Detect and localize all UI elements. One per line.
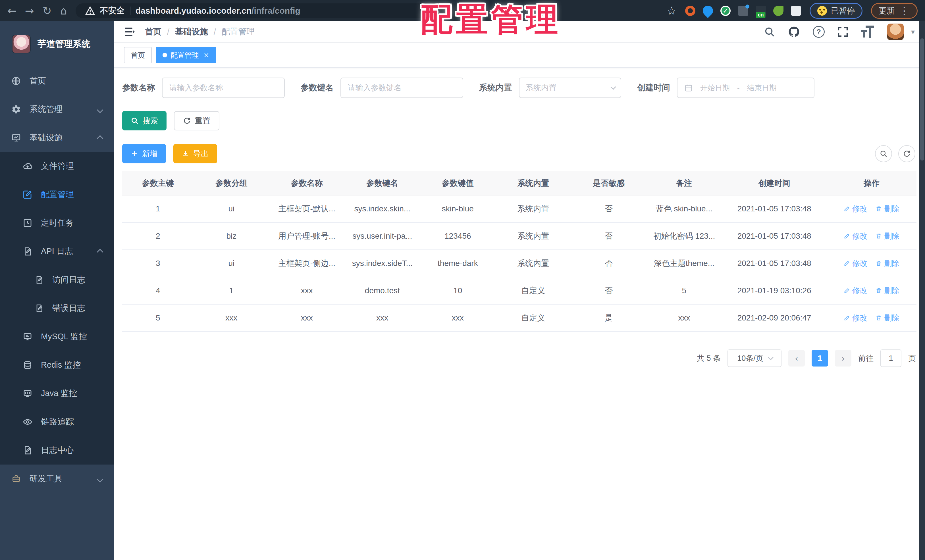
param-key-input[interactable] [340,78,463,98]
document-edit-icon [23,247,32,256]
address-bar[interactable]: 不安全 dashboard.yudao.iocoder.cn/infra/con… [75,3,468,18]
sidebar-item-api-log[interactable]: API 日志 [0,237,114,266]
document-edit-icon [35,275,44,285]
bookmark-star-icon[interactable]: ☆ [666,4,676,17]
add-button[interactable]: 新增 [122,144,166,163]
extension-icon-translate[interactable]: cn [756,6,766,16]
table-row: 5 xxx xxx xxx xxx 自定义 是 xxx 2021-02-09 2… [122,304,916,331]
date-end-placeholder: 结束日期 [747,83,777,93]
edit-link[interactable]: 修改 [844,258,868,268]
sidebar-collapse-icon[interactable] [124,27,135,37]
sidebar-item-error-log[interactable]: 错误日志 [0,294,114,322]
sidebar-item-access-log[interactable]: 访问日志 [0,266,114,294]
edit-link[interactable]: 修改 [844,313,868,323]
avatar-caret-icon[interactable]: ▾ [911,27,915,36]
edit-link[interactable]: 修改 [844,204,868,214]
delete-link[interactable]: 删除 [875,204,899,214]
trash-icon [875,260,882,266]
calendar-icon [684,84,693,92]
edit-link[interactable]: 修改 [844,286,868,296]
browser-back-icon[interactable]: ← [8,5,17,16]
close-icon[interactable]: × [203,51,209,59]
profile-paused-pill[interactable]: 已暂停 [810,3,862,19]
user-avatar[interactable] [887,24,904,40]
sidebar-item-config[interactable]: 配置管理 [0,181,114,209]
font-size-icon[interactable] [861,26,875,38]
prev-page-button[interactable]: ‹ [788,350,805,366]
scrollbar-thumb[interactable] [920,38,924,161]
document-edit-icon [35,304,44,313]
delete-link[interactable]: 删除 [875,313,899,323]
java-monitor-icon [23,389,32,398]
current-page-button[interactable]: 1 [812,350,828,366]
url-path: /infra/config [252,6,300,15]
sidebar-submenu-infra: 文件管理 配置管理 定时任务 API 日志 访问日志 [0,152,114,465]
browser-forward-icon[interactable]: → [25,5,34,16]
tab-config[interactable]: 配置管理 × [156,47,216,63]
document-edit-icon [23,446,32,455]
extension-icon-leaf[interactable] [773,6,783,16]
sidebar-item-redis[interactable]: Redis 监控 [0,351,114,379]
extension-icon-ring[interactable] [685,6,695,16]
sidebar-item-system[interactable]: 系统管理 [0,95,114,123]
page-scrollbar[interactable] [919,21,925,560]
header-search-icon[interactable] [764,26,775,38]
extension-icon-grid[interactable] [738,6,748,16]
sidebar-item-home[interactable]: 首页 [0,67,114,95]
search-icon [131,117,139,125]
gear-icon [11,105,21,114]
cloud-upload-icon [23,161,32,171]
pencil-icon [844,288,850,294]
breadcrumb-home[interactable]: 首页 [145,26,161,38]
browser-home-icon[interactable]: ⌂ [60,5,67,16]
search-button[interactable]: 搜索 [122,111,167,130]
table-cell: 2021-01-05 17:03:48 [722,195,827,223]
sidebar-item-job[interactable]: 定时任务 [0,209,114,237]
github-icon[interactable] [788,26,800,38]
sidebar-item-file[interactable]: 文件管理 [0,152,114,181]
page-content: 参数名称 参数键名 系统内置 系统内置 创建时间 [114,68,925,560]
toggle-search-button[interactable] [875,145,892,162]
extensions-puzzle-icon[interactable] [791,6,801,16]
sidebar-item-trace[interactable]: 链路追踪 [0,408,114,436]
edit-link[interactable]: 修改 [844,231,868,241]
table-cell: ui [194,250,270,277]
browser-reload-icon[interactable]: ↻ [43,5,52,16]
column-header: 参数名称 [269,171,345,195]
table-cell: xxx [345,304,420,331]
extension-icon-pin[interactable] [701,3,715,18]
sidebar-item-infra[interactable]: 基础设施 [0,123,114,152]
app-title: 芋道管理系统 [38,38,90,50]
next-page-button[interactable]: › [835,350,851,366]
delete-link[interactable]: 删除 [875,286,899,296]
help-icon[interactable]: ? [813,26,825,38]
table-cell: xxx [420,304,496,331]
date-range-picker[interactable]: 开始日期 - 结束日期 [677,78,815,98]
delete-link[interactable]: 删除 [875,258,899,268]
breadcrumb-infra[interactable]: 基础设施 [175,26,208,38]
reset-button[interactable]: 重置 [174,111,219,130]
extension-icon-check[interactable]: ✓ [720,6,731,16]
system-builtin-label: 系统内置 [479,82,512,93]
export-button[interactable]: 导出 [173,144,217,163]
browser-update-button[interactable]: 更新 ⋮ [871,3,917,19]
browser-menu-icon[interactable]: ⋮ [899,5,910,17]
breadcrumb-current: 配置管理 [221,26,255,38]
sidebar-item-label: 配置管理 [41,189,74,200]
sidebar-item-dev-tools[interactable]: 研发工具 [0,465,114,493]
sidebar-item-mysql[interactable]: MySQL 监控 [0,322,114,351]
sidebar-item-log-center[interactable]: 日志中心 [0,436,114,465]
tab-home[interactable]: 首页 [124,47,152,63]
pencil-icon [844,233,850,239]
param-name-input[interactable] [162,78,285,98]
goto-page-input[interactable] [880,349,901,367]
page-size-select[interactable]: 10条/页 [728,349,782,367]
system-builtin-select[interactable]: 系统内置 [519,78,621,98]
fullscreen-icon[interactable] [837,26,848,38]
sidebar-item-label: 系统管理 [30,104,63,115]
app-logo-row[interactable]: 芋道管理系统 [0,21,114,67]
sidebar-item-java[interactable]: Java 监控 [0,379,114,408]
config-table: 参数主键 参数分组 参数名称 参数键名 参数键值 系统内置 是否敏感 备注 创建… [122,171,916,332]
refresh-table-button[interactable] [898,145,915,162]
delete-link[interactable]: 删除 [875,231,899,241]
